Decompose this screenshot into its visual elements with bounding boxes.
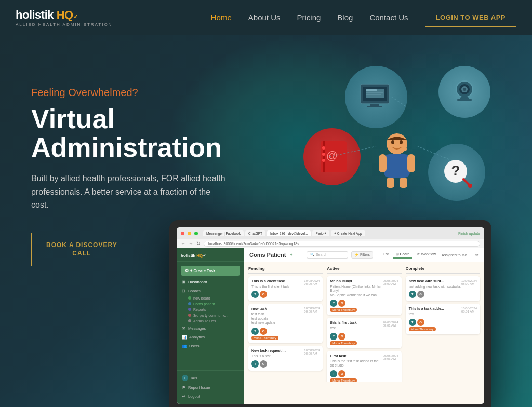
laptop-screen: Messenger | Facebook ChatGPT Inbox 286 -…: [177, 227, 484, 404]
svg-point-17: [322, 153, 325, 156]
card-avatars: T O: [330, 370, 398, 377]
finish-update-btn[interactable]: Finish update: [458, 232, 480, 235]
tab-messenger[interactable]: Messenger | Facebook: [203, 230, 244, 236]
url-bar[interactable]: localhost:3000/board/2cm3v4w5e6d00021e5a…: [204, 241, 480, 247]
users-icon: 👥: [182, 344, 187, 348]
user-avatar: I: [182, 375, 188, 381]
assignee-badge: Mona Thornbury: [330, 378, 357, 382]
card-desc: Patient Name (Cliniko link): Mr Ian Buny…: [330, 284, 398, 297]
nav-links: Home About Us Pricing Blog Contact Us LO…: [211, 8, 516, 27]
avatar: T: [330, 333, 337, 340]
svg-rect-25: [384, 154, 410, 178]
forward-btn[interactable]: →: [189, 241, 193, 246]
sidebar-item-logout[interactable]: ↩ Logout: [177, 392, 244, 401]
card-avatars: T O: [330, 333, 398, 340]
table-row: 30/08/202408:00 AM new task test tasktes…: [248, 304, 323, 343]
report-icon: ⚑: [182, 385, 185, 390]
svg-rect-26: [387, 178, 394, 188]
sidebar-item-new-board[interactable]: new board: [177, 295, 244, 301]
workflow-view-tab[interactable]: ⟳ Workflow: [414, 251, 438, 259]
board-tools: 🔍 Search ⚡ Filters ☰ List ⊞ Board ⟳ Work…: [307, 251, 479, 259]
sidebar-item-ian[interactable]: I IAN: [177, 373, 244, 383]
avatar: T: [409, 319, 416, 326]
sidebar-analytics-label: Analytics: [189, 335, 205, 340]
avatar: O: [338, 333, 345, 340]
svg-rect-27: [400, 178, 407, 188]
assigned-filter[interactable]: Assigned to Me: [442, 253, 467, 257]
app-layout: holistik HQ✓ ⚙ + Create Task ⊞ Dashboard…: [177, 248, 484, 404]
refresh-btn[interactable]: ↻: [196, 241, 201, 246]
nav-home[interactable]: Home: [211, 13, 232, 22]
report-issue-label: Report Issue: [188, 385, 210, 390]
sidebar-item-dashboard[interactable]: ⊞ Dashboard: [177, 278, 244, 287]
tab-perio[interactable]: Perio +: [312, 230, 329, 236]
svg-rect-5: [366, 94, 381, 95]
sidebar-messages-label: Messages: [188, 326, 206, 331]
tab-chatgpt[interactable]: ChatGPT: [245, 230, 265, 236]
add-col-btn[interactable]: +: [470, 253, 472, 257]
add-board-btn[interactable]: +: [290, 252, 292, 257]
pending-header: Pending: [248, 266, 323, 274]
tab-inbox[interactable]: Inbox 286 - dev@devel...: [267, 230, 311, 236]
avatar: T: [251, 360, 259, 368]
question-icon: ?: [428, 144, 485, 201]
sidebar-item-admin[interactable]: Admin To Dos: [177, 318, 244, 324]
analytics-icon: 📊: [182, 335, 187, 340]
table-row: 30/08/202408:06 AM First task This is th…: [327, 351, 401, 382]
admin-dot: [188, 319, 191, 322]
sidebar-logo: holistik HQ✓: [177, 251, 244, 262]
board-view-tab[interactable]: ⊞ Board: [393, 251, 413, 259]
svg-rect-15: [323, 141, 325, 172]
laptop-mockup: Messenger | Facebook ChatGPT Inbox 286 -…: [169, 220, 491, 407]
nav-pricing[interactable]: Pricing: [297, 13, 321, 22]
sidebar-item-messages[interactable]: ✉ Messages: [177, 324, 244, 333]
sidebar-item-3rdparty[interactable]: 3rd party communic...: [177, 313, 244, 318]
table-row: 10/08/202408:00 AM This is a client task…: [248, 276, 323, 301]
app-sidebar: holistik HQ✓ ⚙ + Create Task ⊞ Dashboard…: [177, 248, 244, 404]
sidebar-item-reports[interactable]: Reports: [177, 307, 244, 313]
card-desc: test tasktest updatetest new update: [251, 312, 320, 325]
sidebar-boards-label: Boards: [188, 289, 201, 293]
active-column: Active 30/08/202408:00 AM Mr Ian Bunyi P…: [327, 266, 401, 377]
nav-contact[interactable]: Contact Us: [369, 13, 408, 22]
back-btn[interactable]: ←: [181, 241, 185, 246]
card-avatars: T O: [251, 291, 320, 298]
sidebar-item-report-issue[interactable]: ⚑ Report Issue: [177, 383, 244, 392]
sidebar-item-coms-patient[interactable]: Coms patient: [177, 301, 244, 307]
board-header: Coms Patient + 🔍 Search ⚡ Filters ☰ List…: [244, 248, 484, 262]
tab-create[interactable]: + Create Next App: [331, 230, 365, 236]
close-dot: [181, 232, 184, 235]
avatar: O: [338, 300, 345, 307]
create-task-button[interactable]: ⚙ + Create Task: [181, 266, 240, 276]
avatar: O: [260, 291, 267, 298]
card-avatars: T O: [409, 319, 477, 326]
nav-blog[interactable]: Blog: [337, 13, 353, 22]
avatar: O: [260, 328, 267, 335]
maximize-dot: [194, 232, 198, 235]
nav-about[interactable]: About Us: [248, 13, 281, 22]
card-date: 10/08/202408:00 AM: [461, 279, 477, 286]
filters-btn[interactable]: ⚡ Filters: [351, 251, 373, 259]
sidebar-item-boards[interactable]: ⊟ Boards: [177, 287, 244, 295]
minimize-dot: [188, 232, 191, 235]
view-tabs: ☰ List ⊞ Board ⟳ Workflow: [376, 251, 438, 259]
svg-rect-28: [379, 154, 387, 172]
svg-point-32: [403, 147, 407, 151]
sidebar-item-users[interactable]: 👥 Users: [177, 342, 244, 350]
avatar: G: [417, 291, 424, 298]
list-view-tab[interactable]: ☰ List: [376, 251, 391, 259]
edit-btn[interactable]: ✏: [475, 253, 479, 257]
browser-bar: ← → ↻ localhost:3000/board/2cm3v4w5e6d00…: [177, 239, 484, 248]
person-illustration: [366, 128, 428, 191]
sidebar-bottom: I IAN ⚑ Report Issue ↩ Logout: [177, 370, 244, 401]
logout-icon: ↩: [182, 394, 185, 399]
avatar: O: [417, 319, 424, 326]
hero-icons: @ ?: [303, 66, 501, 222]
card-avatars: T G: [409, 291, 477, 298]
sidebar-item-analytics[interactable]: 📊 Analytics: [177, 333, 244, 342]
book-discovery-button[interactable]: BOOK A DISCOVERYCALL: [31, 233, 132, 266]
monitor-icon: [345, 66, 407, 128]
table-row: 10/08/202408:00 AM new task with subt...…: [406, 276, 480, 301]
login-button[interactable]: LOGIN TO WEB APP: [425, 8, 516, 27]
board-search[interactable]: 🔍 Search: [307, 251, 348, 259]
